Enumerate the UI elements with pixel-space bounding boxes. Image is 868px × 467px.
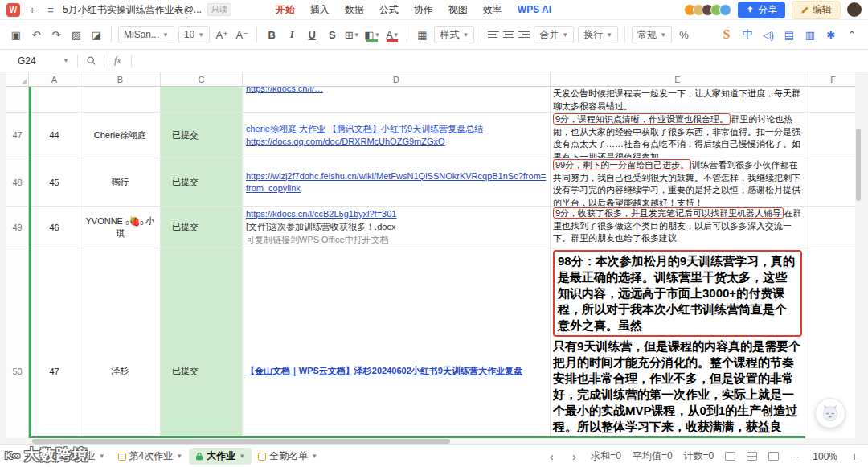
cell-d48[interactable]: https://wizj2f7dohc.feishu.cn/wiki/MetFw… — [243, 158, 551, 207]
user-avatar[interactable] — [847, 2, 862, 17]
cell-b49[interactable]: YVONNE ₀🍓ₒ 小琪 — [80, 207, 161, 248]
cell-c47[interactable]: 已提交 — [161, 113, 243, 158]
fx-icon[interactable]: fx — [104, 55, 131, 67]
cell-e49[interactable]: 9分，收获了很多，并且发完笔记后可以找群里机器人辅导在群里也找到了很多做这个类目… — [551, 207, 805, 248]
cell-c46[interactable] — [161, 87, 243, 113]
cell-c50[interactable]: 已提交 — [161, 248, 243, 438]
cell-a50[interactable]: 47 — [29, 248, 80, 438]
select-all-corner[interactable] — [6, 72, 29, 86]
menu-tab-wps-ai[interactable]: WPS AI — [518, 0, 551, 19]
merge-cells-select[interactable]: 合并▼ — [534, 26, 574, 43]
cell-b46[interactable] — [80, 87, 161, 113]
read-aloud-icon[interactable]: ◁) — [760, 26, 776, 43]
format-painter-icon[interactable]: ▨ — [68, 26, 84, 43]
font-color-icon[interactable]: A▼ — [384, 26, 400, 43]
document-panel-icon[interactable]: ▤ — [781, 26, 797, 43]
increase-font-icon[interactable]: A⁺ — [214, 26, 230, 43]
row-header-49[interactable]: 49 — [6, 207, 29, 248]
new-tab-icon[interactable]: + — [26, 4, 39, 16]
assistant-cat-button[interactable] — [815, 398, 845, 428]
submission-link[interactable]: 【金山文档｜WPS云文档】泽杉20240602小红书9天训练营大作业复盘 — [246, 365, 547, 377]
decrease-font-icon[interactable]: A⁻ — [234, 26, 250, 43]
name-box[interactable]: G24 ▼ — [0, 55, 77, 67]
add-sheet-icon[interactable]: + — [21, 450, 34, 462]
vertical-scrollbar[interactable] — [855, 72, 862, 438]
cell-e50[interactable]: 98分：本次参加松月的9天训练营学习，真的是最正确的选择。训练营里干货太多，这些… — [551, 248, 805, 438]
cell-d49[interactable]: https://kdocs.cn/l/ccB2L5g1byxl?f=301 [文… — [243, 207, 551, 248]
zoom-out-button[interactable]: − — [790, 450, 801, 463]
menu-tab-insert[interactable]: 插入 — [310, 0, 330, 19]
redo-icon[interactable]: ↷ — [48, 26, 64, 43]
font-size-select[interactable]: 10▼ — [178, 26, 210, 43]
cell-e47[interactable]: 9分，课程知识点清晰，作业设置也很合理。群里的讨论也热闹，也从大家的经验中获取了… — [551, 113, 805, 158]
vertical-scrollbar-thumb[interactable] — [856, 129, 861, 201]
column-header-e[interactable]: E — [551, 72, 805, 86]
page-view-icon[interactable] — [747, 452, 757, 461]
cell-a48[interactable]: 45 — [29, 158, 80, 207]
submission-link[interactable]: cherie徐翊庭 大作业 【腾讯文档】小红书9天训练营复盘总结 — [246, 123, 547, 135]
bold-button[interactable]: B — [264, 26, 280, 43]
menu-tab-view[interactable]: 视图 — [448, 0, 468, 19]
menu-tab-data[interactable]: 数据 — [345, 0, 364, 19]
chart-panel-icon[interactable]: ▥ — [802, 26, 818, 43]
column-header-d[interactable]: D — [243, 72, 551, 86]
normal-view-icon[interactable] — [725, 452, 735, 461]
underline-button[interactable]: U — [304, 26, 320, 43]
row-header-47[interactable]: 47 — [6, 113, 29, 158]
cell-f46[interactable] — [805, 87, 862, 113]
number-format-select[interactable]: 常规▼ — [632, 26, 672, 43]
sheet-tab-attendance[interactable]: 全勤名单 ▼ — [252, 448, 324, 465]
cell-f47[interactable] — [805, 113, 862, 158]
percent-icon[interactable]: % — [676, 26, 692, 43]
submission-link[interactable]: https://wizj2f7dohc.feishu.cn/wiki/MetFw… — [246, 170, 547, 195]
italic-button[interactable]: I — [284, 26, 300, 43]
submission-link[interactable]: https://kdocs.cn/l/… — [246, 87, 547, 95]
horizontal-scrollbar-thumb[interactable] — [32, 439, 450, 444]
align-center-icon[interactable] — [503, 31, 514, 39]
style-select[interactable]: 样式▼ — [434, 26, 474, 43]
menu-tab-collab[interactable]: 协作 — [414, 0, 433, 19]
cell-style-icon[interactable]: ▦ — [414, 26, 430, 43]
submission-link[interactable]: https://kdocs.cn/l/ccB2L5g1byxl?f=301 — [246, 208, 547, 220]
reading-view-icon[interactable] — [768, 452, 779, 461]
cell-a46[interactable] — [29, 87, 80, 113]
menu-tab-home[interactable]: 开始 — [276, 0, 295, 19]
row-header-46[interactable] — [6, 87, 29, 113]
next-sheet-icon[interactable]: › — [568, 450, 579, 463]
zoom-in-button[interactable]: + — [849, 450, 860, 463]
cell-c48[interactable]: 已提交 — [161, 158, 243, 207]
horizontal-scrollbar[interactable] — [0, 438, 868, 444]
formula-input[interactable] — [132, 50, 868, 72]
wps-logo-icon[interactable]: W — [6, 3, 20, 17]
cell-f49[interactable] — [805, 207, 862, 248]
sheet-tab-big-homework[interactable]: 大作业 ▼ — [189, 448, 252, 465]
cell-b48[interactable]: 獨行 — [80, 158, 161, 207]
cell-a47[interactable]: 44 — [29, 113, 80, 158]
cell-b47[interactable]: Cherie徐翊庭 — [80, 113, 161, 158]
collapse-toolbar-icon[interactable]: ⌃ — [844, 26, 860, 43]
column-header-b[interactable]: B — [80, 72, 161, 86]
cell-e48[interactable]: 99分，剩下的一分留给自己进步。训练营看到很多小伙伴都在共同努力，我自己也受到很… — [551, 158, 805, 207]
cell-f48[interactable] — [805, 158, 862, 207]
align-right-icon[interactable] — [518, 31, 530, 39]
wrap-text-select[interactable]: 换行▼ — [578, 26, 618, 43]
submission-link[interactable]: https://docs.qq.com/doc/DRXRMcUhOZG9mZGx… — [246, 136, 547, 148]
row-header-50[interactable]: 50 — [6, 248, 29, 438]
share-button[interactable]: 分享 — [738, 2, 785, 18]
clear-format-icon[interactable]: ◪ — [88, 26, 104, 43]
sheet-list-icon[interactable]: ≡ — [8, 450, 21, 462]
cell-d46[interactable]: https://kdocs.cn/l/… — [243, 87, 551, 113]
collaborator-avatars[interactable] — [687, 4, 731, 16]
font-family-select[interactable]: MiSan...▼ — [118, 26, 174, 43]
cell-a49[interactable]: 46 — [29, 207, 80, 248]
sheet-tab-3[interactable]: 第3次作业 ▼ — [34, 448, 112, 465]
strikethrough-button[interactable]: S — [324, 26, 340, 43]
align-left-icon[interactable] — [488, 31, 499, 39]
search-icon[interactable] — [83, 52, 99, 70]
cell-c49[interactable]: 已提交 — [161, 207, 243, 248]
translate-icon[interactable]: 中 — [739, 26, 755, 43]
cell-d47[interactable]: cherie徐翊庭 大作业 【腾讯文档】小红书9天训练营复盘总结 https:/… — [243, 113, 551, 158]
cell-e46[interactable]: 天发公告时候把课程表一起发一下，让大家知道下进度，每天群聊太多很容易错过。 — [551, 87, 805, 113]
column-header-a[interactable]: A — [29, 72, 80, 86]
sheet-tab-4[interactable]: 第4次作业 ▼ — [112, 448, 190, 465]
